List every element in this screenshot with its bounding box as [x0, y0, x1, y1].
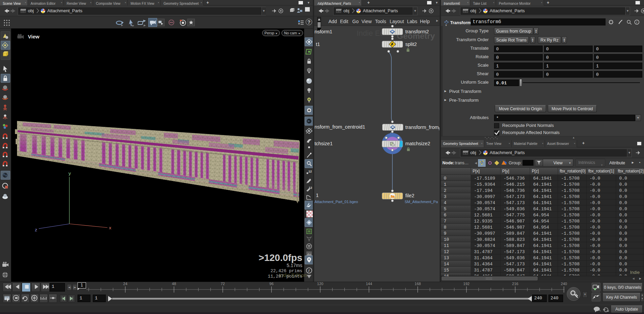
svg-text:144: 144: [366, 282, 372, 286]
svg-text:x: x: [109, 226, 112, 231]
svg-text:72: 72: [221, 282, 225, 286]
svg-text:z: z: [35, 228, 37, 233]
svg-text:216: 216: [512, 282, 518, 286]
svg-text:i: i: [637, 20, 638, 24]
svg-text:240: 240: [561, 282, 567, 286]
svg-text:y: y: [68, 171, 71, 176]
svg-text:96: 96: [269, 282, 273, 286]
svg-text:168: 168: [414, 282, 421, 286]
svg-text:24: 24: [123, 282, 127, 286]
svg-text:120: 120: [317, 282, 323, 286]
svg-text:192: 192: [463, 282, 470, 286]
svg-text:48: 48: [172, 282, 176, 286]
